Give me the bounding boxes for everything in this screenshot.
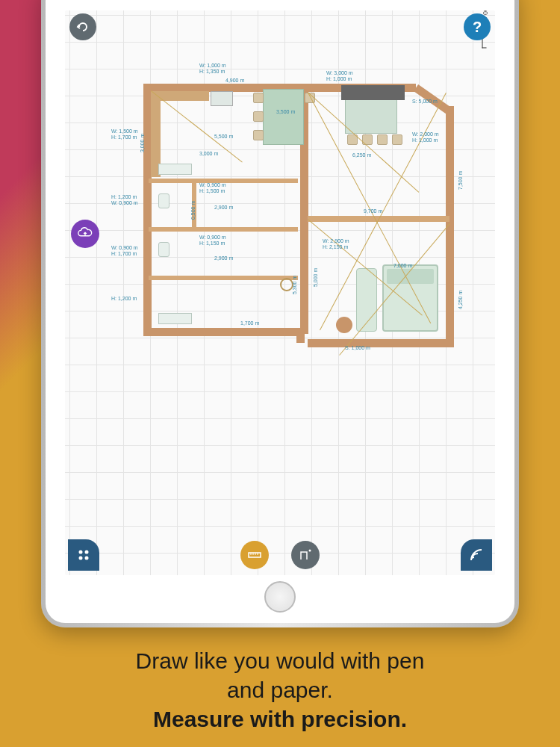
- dimension-label: 3,000 m: [140, 134, 145, 152]
- wall[interactable]: [446, 235, 454, 343]
- dimension-label: 7,500 m: [458, 171, 463, 190]
- dimension-label: W: 0,900 m: [199, 235, 226, 240]
- dimension-label: W: 2,000 m: [412, 131, 439, 137]
- dimension-label: H: 1,350 m: [199, 69, 225, 74]
- dimension-label: 4,250 m: [458, 291, 463, 309]
- dimension-label: H: 1,500 m: [199, 188, 225, 193]
- wall[interactable]: [149, 276, 298, 280]
- dimension-label: 0,500 m: [190, 201, 196, 220]
- dimension-label: S: 5,000 m: [412, 99, 438, 104]
- measure-tool-button[interactable]: [240, 541, 269, 569]
- dimension-label: H: 1,700 m: [111, 251, 137, 256]
- ar-scan-button[interactable]: [461, 539, 492, 571]
- svg-point-0: [79, 551, 83, 554]
- dimension-label: H: 1,200 m: [111, 194, 137, 199]
- dimension-label: H: 1,000 m: [412, 137, 438, 143]
- dimension-label: W: 0,900 m: [199, 182, 226, 187]
- tablet-bezel: ? 1,000 m: [46, 0, 514, 623]
- svg-point-1: [85, 551, 89, 554]
- floor-plan-canvas[interactable]: 4,900 m W: 1,000 m H: 1,350 m W: 3,000 m…: [117, 55, 453, 376]
- cloud-sync-button[interactable]: [71, 220, 99, 248]
- sink[interactable]: [158, 164, 192, 175]
- dimension-label: 9,700 m: [364, 208, 382, 214]
- svg-point-2: [79, 557, 83, 560]
- dimension-label: H: 2,150 m: [323, 244, 348, 249]
- tablet-frame: ? 1,000 m: [41, 0, 519, 627]
- dimension-label: S: 1,000 m: [345, 345, 370, 350]
- chair[interactable]: [253, 93, 264, 103]
- dimension-label: 5,300 m: [292, 276, 297, 294]
- dimension-label: W: 2,900 m: [323, 238, 349, 244]
- appliance[interactable]: [211, 91, 233, 106]
- caption-line: and paper.: [22, 675, 538, 704]
- svg-point-3: [85, 557, 89, 560]
- svg-rect-4: [249, 553, 261, 557]
- cloud-sync-icon: [77, 226, 93, 242]
- dining-table[interactable]: [345, 96, 397, 134]
- undo-button[interactable]: [69, 13, 96, 40]
- dimension-label: 4,900 m: [225, 78, 244, 83]
- wall-icon: [298, 548, 313, 562]
- dimension-label: 5,500 m: [214, 134, 233, 139]
- top-toolbar: ?: [65, 10, 495, 43]
- dimension-label: W: 1,000 m: [199, 63, 226, 68]
- marketing-caption: Draw like you would with pen and paper. …: [0, 646, 560, 734]
- wall[interactable]: [308, 339, 454, 347]
- counter[interactable]: [161, 91, 209, 101]
- help-button[interactable]: ?: [464, 13, 491, 40]
- dimension-label: H: 1,150 m: [199, 241, 225, 246]
- dimension-label: 2,900 m: [214, 205, 233, 210]
- undo-icon: [75, 19, 90, 34]
- dimension-label: H: 1,000 m: [326, 76, 352, 81]
- dimension-label: 7,000 m: [393, 263, 412, 268]
- chair[interactable]: [253, 111, 264, 122]
- dimension-label: 3,000 m: [199, 151, 218, 156]
- dimension-label: 6,250 m: [352, 152, 371, 158]
- wall-tool-button[interactable]: [291, 541, 320, 569]
- wall[interactable]: [143, 328, 296, 336]
- chair[interactable]: [377, 134, 388, 145]
- coffee-table[interactable]: [336, 317, 352, 333]
- dimension-label: 1,700 m: [240, 320, 259, 326]
- sink[interactable]: [158, 313, 192, 324]
- dimension-label: 5,000 m: [313, 268, 318, 287]
- dimension-label: W: 3,000 m: [326, 70, 353, 75]
- ruler-icon: [246, 547, 263, 563]
- help-icon: ?: [473, 19, 482, 36]
- app-screen[interactable]: ? 1,000 m: [65, 10, 495, 575]
- svg-point-9: [309, 550, 311, 552]
- toilet[interactable]: [158, 242, 169, 257]
- dimension-label: H: 1,700 m: [111, 134, 137, 140]
- dimension-label: W: 1,500 m: [111, 128, 138, 134]
- caption-line: Draw like you would with pen: [22, 646, 538, 675]
- dimension-label: W: 0,900 m: [111, 245, 138, 250]
- chair[interactable]: [392, 134, 402, 145]
- grid-menu-icon: [77, 548, 90, 562]
- bottom-toolbar: [65, 539, 495, 571]
- menu-button[interactable]: [68, 539, 99, 571]
- wall[interactable]: [149, 227, 298, 232]
- dimension-label: W: 0,900 m: [111, 200, 138, 205]
- bar-counter[interactable]: [341, 85, 405, 100]
- home-button[interactable]: [264, 581, 296, 613]
- caption-emphasis: Measure with precision.: [22, 704, 538, 734]
- dimension-label: H: 1,200 m: [111, 296, 137, 301]
- dimension-label: 2,900 m: [214, 255, 233, 261]
- dining-table[interactable]: [263, 89, 304, 145]
- toilet[interactable]: [158, 193, 169, 208]
- signal-icon: [469, 548, 484, 562]
- chair[interactable]: [253, 130, 264, 140]
- dimension-label: 3,500 m: [276, 109, 295, 114]
